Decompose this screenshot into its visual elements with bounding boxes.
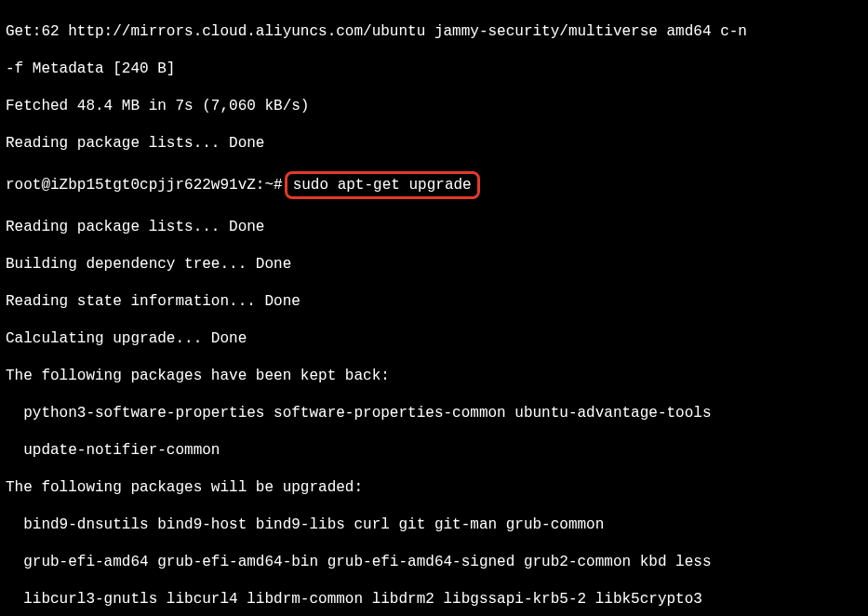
- output-line: Calculating upgrade... Done: [6, 329, 862, 348]
- output-line: Building dependency tree... Done: [6, 255, 862, 274]
- command-text: sudo apt-get upgrade: [293, 177, 472, 194]
- package-item: python3-software-properties software-pro…: [6, 404, 862, 422]
- output-line: The following packages have been kept ba…: [6, 367, 862, 385]
- package-item: bind9-dnsutils bind9-host bind9-libs cur…: [6, 516, 862, 534]
- output-line: Reading package lists... Done: [6, 134, 862, 153]
- package-item: libcurl3-gnutls libcurl4 libdrm-common l…: [6, 590, 862, 609]
- output-line: -f Metadata [240 B]: [6, 60, 862, 78]
- shell-prompt: root@iZbp15tgt0cpjjr622w91vZ:~#: [6, 177, 283, 194]
- output-line: Get:62 http://mirrors.cloud.aliyuncs.com…: [6, 22, 862, 41]
- command-highlight: sudo apt-get upgrade: [285, 171, 480, 199]
- output-line: The following packages will be upgraded:: [6, 478, 862, 497]
- output-line: Reading package lists... Done: [6, 218, 862, 236]
- terminal-output[interactable]: Get:62 http://mirrors.cloud.aliyuncs.com…: [0, 0, 868, 616]
- prompt-line: root@iZbp15tgt0cpjjr622w91vZ:~#sudo apt-…: [6, 171, 862, 199]
- package-item: grub-efi-amd64 grub-efi-amd64-bin grub-e…: [6, 553, 862, 571]
- output-line: Reading state information... Done: [6, 292, 862, 311]
- output-line: Fetched 48.4 MB in 7s (7,060 kB/s): [6, 97, 862, 115]
- package-item: update-notifier-common: [6, 441, 862, 460]
